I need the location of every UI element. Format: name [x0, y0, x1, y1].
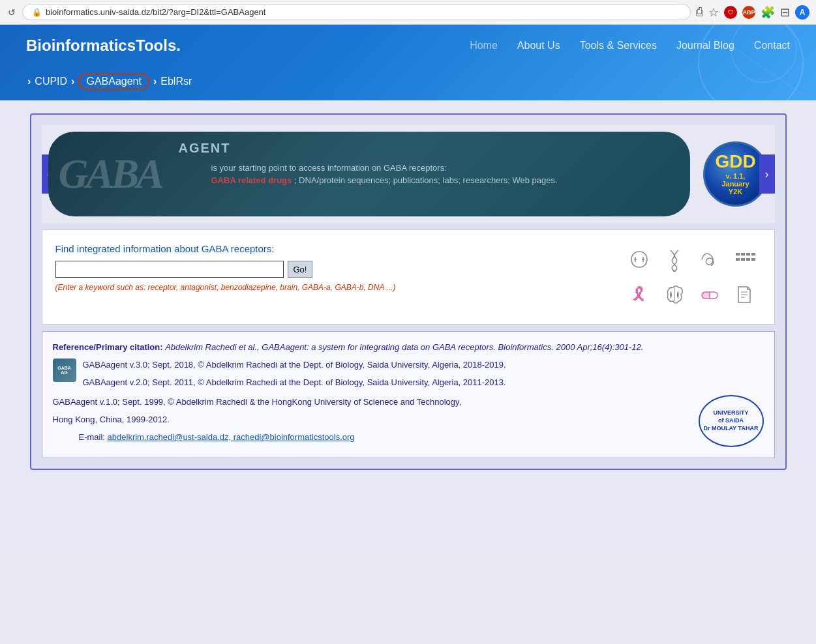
svg-rect-0	[736, 253, 740, 256]
gaba-description: is your starting point to access informa…	[211, 162, 558, 187]
citation-v1-line1: GABAagent v.1.0; Sept. 1999, © Abdelkrim…	[53, 396, 764, 409]
split-icon[interactable]: ⊟	[780, 5, 790, 20]
nav-contact[interactable]: Contact	[754, 37, 790, 54]
nav-journal[interactable]: Journal Blog	[676, 37, 734, 54]
svg-rect-1	[741, 253, 745, 256]
nav-home[interactable]: Home	[470, 37, 498, 54]
gdd-label: GDD	[715, 152, 755, 172]
lock-icon: 🔒	[32, 8, 42, 17]
icon-protein[interactable]	[693, 243, 726, 276]
breadcrumb-gabaagent[interactable]: GABAagent	[78, 73, 149, 90]
breadcrumb-cupid[interactable]: CUPID	[35, 76, 67, 87]
email-label: E-mail:	[79, 432, 105, 442]
svg-rect-5	[741, 258, 745, 261]
main-nav: Home About Us Tools & Services Journal B…	[470, 37, 790, 54]
breadcrumb-arrow-1: ›	[27, 76, 31, 87]
gaba-logo: GABAAG	[53, 359, 76, 382]
extra-text: ; DNA/protein sequences; publications; l…	[294, 175, 558, 185]
site-logo[interactable]: BioinformaticsTools.	[26, 37, 181, 55]
nav-tools[interactable]: Tools & Services	[580, 37, 657, 54]
email-value[interactable]: abdelkrim.rachedi@ust-saida.dz, rachedi@…	[108, 432, 355, 442]
svg-rect-2	[746, 253, 750, 256]
citation-box: Reference/Primary citation: Abdelkrim Ra…	[42, 331, 775, 458]
svg-rect-7	[751, 258, 755, 261]
svg-rect-4	[736, 258, 740, 261]
breadcrumb-eblrsr[interactable]: EblRsr	[160, 76, 192, 87]
university-seal: UNIVERSITY of SAIDA Dr MOULAY TAHAR	[699, 395, 764, 447]
citation-reference: Reference/Primary citation: Abdelkrim Ra…	[53, 341, 764, 355]
extension-abp[interactable]: ABP	[742, 6, 755, 19]
address-bar[interactable]: 🔒 bioinformatics.univ-saida.dz/bit2/?arg…	[22, 4, 691, 20]
svg-rect-6	[746, 258, 750, 261]
university-line3: Dr MOULAY TAHAR	[704, 425, 759, 433]
extension-icon-1[interactable]: 🛡	[724, 6, 737, 19]
search-input[interactable]	[55, 261, 284, 278]
search-label: Find integrated information about GABA r…	[55, 243, 610, 254]
icon-ribbon[interactable]: 🎗	[623, 278, 656, 311]
search-hint: (Enter a keyword such as: receptor, anta…	[55, 283, 610, 292]
icon-dna[interactable]	[658, 243, 691, 276]
gdd-badge: GDD v. 1.1, January Y2K	[703, 141, 768, 207]
banner-area: ‹ GABA AGENT is your starting point to a…	[42, 125, 775, 223]
citation-v1-line2: Hong Kong, China, 1999-2012.	[53, 413, 764, 427]
citation-versions: GABAagent v.3.0; Sept. 2018, © Abdelkrim…	[83, 359, 764, 394]
breadcrumb-arrow-2: ›	[71, 76, 74, 87]
search-row: Go!	[55, 261, 610, 278]
citation-v3-row: GABAAG GABAagent v.3.0; Sept. 2018, © Ab…	[53, 359, 764, 394]
breadcrumb: › CUPID › GABAagent › EblRsr	[26, 66, 790, 100]
gdd-year: Y2K	[729, 188, 742, 196]
site-header: BioinformaticsTools. Home About Us Tools…	[0, 25, 816, 100]
browser-chrome: ↺ 🔒 bioinformatics.univ-saida.dz/bit2/?a…	[0, 0, 816, 25]
agent-word: AGENT	[179, 141, 231, 155]
description-text: is your starting point to access informa…	[211, 163, 447, 173]
breadcrumb-arrow-3: ›	[153, 76, 157, 87]
refresh-button[interactable]: ↺	[7, 7, 17, 18]
bookmark-icon[interactable]: ☆	[708, 5, 719, 20]
search-left: Find integrated information about GABA r…	[55, 243, 610, 311]
go-button[interactable]: Go!	[288, 261, 313, 278]
user-avatar[interactable]: A	[795, 5, 809, 20]
search-icons: 🎗	[623, 243, 761, 311]
search-area: Find integrated information about GABA r…	[42, 229, 775, 325]
gdd-month: January	[721, 180, 749, 188]
nav-row: BioinformaticsTools. Home About Us Tools…	[26, 25, 790, 66]
content-box: ‹ GABA AGENT is your starting point to a…	[30, 113, 787, 470]
svg-rect-10	[702, 292, 710, 299]
icon-receptor[interactable]	[623, 243, 656, 276]
citation-label: Reference/Primary citation:	[53, 342, 163, 352]
citation-email: E-mail: abdelkrim.rachedi@ust-saida.dz, …	[79, 431, 764, 445]
university-line1: UNIVERSITY	[713, 409, 748, 417]
nav-about[interactable]: About Us	[517, 37, 560, 54]
citation-v2: GABAagent v.2.0; Sept. 2011, © Abdelkrim…	[83, 376, 764, 390]
agent-label: AGENT	[179, 141, 231, 156]
browser-controls: ↺	[7, 7, 17, 18]
icon-book[interactable]	[729, 278, 761, 311]
gaba-large-text: GABA	[59, 150, 162, 198]
banner-arrow-right[interactable]: ›	[759, 154, 775, 194]
svg-rect-3	[751, 253, 755, 256]
university-line2: of SAIDA	[718, 417, 744, 425]
icon-brain[interactable]	[658, 278, 691, 311]
citation-v3: GABAagent v.3.0; Sept. 2018, © Abdelkrim…	[83, 359, 764, 372]
gaba-banner: GABA AGENT is your starting point to acc…	[48, 132, 690, 216]
browser-toolbar-icons: ⎙ ☆ 🛡 ABP 🧩 ⊟ A	[696, 5, 809, 20]
icon-pill[interactable]	[693, 278, 726, 311]
puzzle-icon[interactable]: 🧩	[761, 5, 775, 20]
drug-text: GABA related drugs	[211, 175, 292, 185]
gdd-version: v. 1.1,	[726, 172, 746, 180]
citation-text-content: Abdelkrim Rachedi et al., GABAagent: a s…	[165, 342, 643, 352]
icon-sequence[interactable]	[729, 243, 761, 276]
share-icon[interactable]: ⎙	[696, 5, 703, 19]
main-wrapper: ‹ GABA AGENT is your starting point to a…	[0, 100, 816, 557]
url-text: bioinformatics.univ-saida.dz/bit2/?arg=D…	[46, 7, 265, 17]
